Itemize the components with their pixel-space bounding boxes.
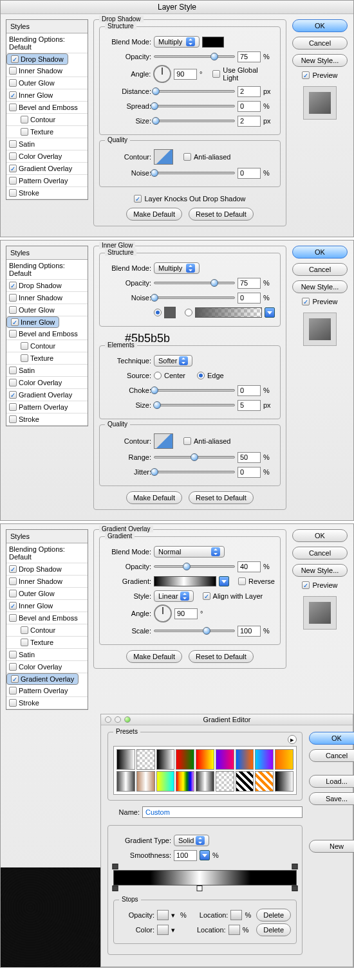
center-radio[interactable] [154, 372, 162, 379]
make-default-button[interactable]: Make Default [126, 491, 182, 504]
style-item-drop-shadow[interactable]: Drop Shadow [6, 53, 68, 65]
opacity-stop[interactable] [112, 864, 118, 869]
color-radio[interactable] [154, 309, 162, 316]
name-input[interactable] [142, 806, 303, 818]
style-item-contour[interactable]: Contour [6, 624, 88, 637]
style-checkbox[interactable] [9, 306, 17, 314]
color-swatch[interactable] [202, 37, 224, 48]
opacity-input[interactable]: 40 [238, 561, 261, 572]
noise-input[interactable]: 0 [238, 293, 261, 304]
reset-default-button[interactable]: Reset to Default [189, 208, 254, 221]
style-item-color-overlay[interactable]: Color Overlay [6, 150, 88, 163]
make-default-button[interactable]: Make Default [126, 208, 182, 221]
style-item-texture[interactable]: Texture [6, 352, 88, 365]
contour-picker[interactable] [154, 433, 173, 449]
style-item-outer-glow[interactable]: Outer Glow [6, 588, 88, 600]
style-checkbox[interactable] [9, 294, 17, 302]
style-item-inner-shadow[interactable]: Inner Shadow [6, 576, 88, 588]
style-checkbox[interactable] [9, 663, 17, 671]
ok-button[interactable]: OK [292, 529, 348, 542]
new-style-button[interactable]: New Style... [292, 54, 348, 67]
blend-mode-select[interactable]: Multiply [154, 262, 200, 274]
cancel-button[interactable]: Cancel [292, 37, 348, 50]
style-item-contour[interactable]: Contour [6, 114, 88, 126]
style-checkbox[interactable] [21, 639, 28, 646]
preset-swatch[interactable] [116, 771, 135, 792]
align-checkbox[interactable] [203, 592, 210, 600]
reset-default-button[interactable]: Reset to Default [189, 491, 254, 504]
ok-button[interactable]: OK [292, 246, 348, 259]
preset-swatch[interactable] [116, 749, 135, 770]
style-checkbox[interactable] [9, 577, 17, 585]
edge-radio[interactable] [197, 372, 205, 379]
save-button[interactable]: Save... [309, 792, 354, 805]
choke-slider[interactable] [154, 389, 235, 392]
gradient-type-select[interactable]: Solid [174, 835, 209, 846]
color-stop[interactable] [112, 885, 118, 891]
angle-dial[interactable] [154, 604, 172, 622]
style-checkbox[interactable] [9, 590, 17, 597]
preset-swatch[interactable] [136, 771, 155, 792]
preview-checkbox[interactable] [302, 581, 310, 589]
angle-dial[interactable] [153, 65, 171, 83]
scale-slider[interactable] [154, 630, 235, 632]
style-checkbox[interactable] [9, 367, 17, 374]
global-light-checkbox[interactable] [212, 70, 220, 78]
style-checkbox[interactable] [21, 116, 28, 123]
traffic-min-icon[interactable] [115, 716, 121, 723]
distance-slider[interactable] [154, 90, 235, 93]
preset-swatch[interactable] [236, 771, 254, 792]
traffic-close-icon[interactable] [105, 716, 111, 723]
style-checkbox[interactable] [11, 55, 19, 63]
style-checkbox[interactable] [9, 602, 17, 610]
preset-swatch[interactable] [136, 749, 155, 770]
size-input[interactable]: 5 [238, 400, 261, 411]
antialiased-checkbox[interactable] [183, 153, 191, 161]
reset-default-button[interactable]: Reset to Default [189, 650, 254, 663]
blend-mode-select[interactable]: Multiply [154, 36, 200, 48]
ok-button[interactable]: OK [309, 732, 354, 745]
style-checkbox[interactable] [9, 152, 17, 160]
gradient-picker[interactable] [195, 307, 262, 318]
preset-swatch[interactable] [196, 771, 214, 792]
jitter-input[interactable]: 0 [238, 467, 261, 478]
style-checkbox[interactable] [9, 651, 17, 658]
noise-input[interactable]: 0 [238, 168, 261, 179]
style-checkbox[interactable] [9, 282, 17, 289]
preset-swatch[interactable] [255, 749, 274, 770]
style-checkbox[interactable] [9, 379, 17, 386]
gradient-picker[interactable] [154, 576, 216, 586]
blending-options-row[interactable]: Blending Options: Default [6, 543, 88, 563]
style-item-pattern-overlay[interactable]: Pattern Overlay [6, 685, 88, 697]
new-style-button[interactable]: New Style... [292, 564, 348, 577]
style-item-pattern-overlay[interactable]: Pattern Overlay [6, 175, 88, 187]
gradient-radio[interactable] [185, 309, 192, 316]
style-item-inner-glow[interactable]: Inner Glow [6, 89, 88, 102]
gradient-bar[interactable] [113, 870, 297, 885]
style-item-inner-shadow[interactable]: Inner Shadow [6, 292, 88, 304]
preset-swatch[interactable] [176, 771, 194, 792]
color-stop[interactable] [292, 885, 298, 891]
style-item-color-overlay[interactable]: Color Overlay [6, 377, 88, 389]
reverse-checkbox[interactable] [238, 577, 246, 585]
style-checkbox[interactable] [9, 330, 17, 338]
style-checkbox[interactable] [9, 415, 17, 423]
presets-grid[interactable] [113, 746, 297, 795]
style-item-bevel-and-emboss[interactable]: Bevel and Emboss [6, 102, 88, 114]
style-item-gradient-overlay[interactable]: Gradient Overlay [6, 389, 88, 401]
knockout-checkbox[interactable] [134, 195, 142, 203]
size-slider[interactable] [154, 120, 235, 122]
style-item-outer-glow[interactable]: Outer Glow [6, 304, 88, 316]
style-checkbox[interactable] [21, 354, 28, 362]
style-item-inner-glow[interactable]: Inner Glow [6, 600, 88, 612]
antialiased-checkbox[interactable] [183, 437, 191, 445]
new-style-button[interactable]: New Style... [292, 280, 348, 293]
choke-input[interactable]: 0 [238, 385, 261, 396]
opacity-slider[interactable] [154, 282, 235, 284]
style-item-drop-shadow[interactable]: Drop Shadow [6, 563, 88, 576]
blending-options-row[interactable]: Blending Options: Default [6, 33, 88, 53]
noise-slider[interactable] [154, 296, 235, 299]
preset-swatch[interactable] [216, 771, 234, 792]
style-checkbox[interactable] [9, 403, 17, 411]
range-input[interactable]: 50 [238, 452, 261, 463]
